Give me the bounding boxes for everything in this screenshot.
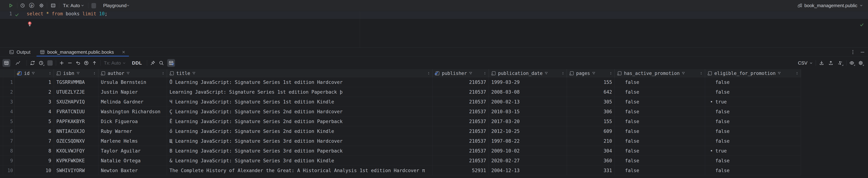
layout-panel-icon[interactable] <box>51 3 56 8</box>
row-number[interactable]: 3 <box>0 97 15 107</box>
table-row[interactable]: 77OZECSQDNXVMarlene HelmsЩ Learning Java… <box>0 136 801 146</box>
table-cell-publisher[interactable]: 210537 <box>433 77 489 87</box>
table-cell-isbn[interactable]: FVRATCNIUU <box>54 107 98 117</box>
table-row[interactable]: 88KXOLVWJFQYTaylor AguilarB Learning Jav… <box>0 146 801 156</box>
column-header-publisher[interactable]: publisher <box>433 69 489 77</box>
table-cell-pages[interactable]: 331 <box>567 166 615 175</box>
table-row[interactable]: 44FVRATCNIUUWashington RichardsonÇ Learn… <box>0 107 801 117</box>
table-cell-has_active_promotion[interactable]: false <box>615 77 705 87</box>
table-cell-eligible_for_promotion[interactable]: false <box>705 107 801 117</box>
table-cell-title[interactable]: ő Learning JavaScript: Signature Series … <box>167 126 433 136</box>
column-header-author[interactable]: author <box>98 69 167 77</box>
chevron-down-icon[interactable] <box>81 3 85 8</box>
table-cell-isbn[interactable]: NNTIACUXJO <box>54 126 98 136</box>
table-cell-title[interactable]: Ç Learning JavaScript: Signature Series … <box>167 107 433 117</box>
chart-view-button[interactable] <box>15 60 21 66</box>
table-cell-eligible_for_promotion[interactable]: false <box>705 117 801 126</box>
chevron-down-icon[interactable] <box>126 3 130 8</box>
table-cell-id[interactable]: 3 <box>15 97 54 107</box>
table-cell-id[interactable]: 8 <box>15 146 54 156</box>
table-cell-pages[interactable]: 305 <box>567 97 615 107</box>
more-options-icon[interactable] <box>850 49 856 55</box>
sort-icon[interactable] <box>609 71 613 75</box>
row-number[interactable]: 6 <box>0 126 15 136</box>
sort-icon[interactable] <box>699 71 703 75</box>
table-cell-author[interactable]: Taylor Aguilar <box>98 146 167 156</box>
row-number[interactable]: 5 <box>0 117 15 126</box>
table-cell-id[interactable]: 7 <box>15 136 54 146</box>
tab-result-books[interactable]: book_management.public.books <box>36 48 129 56</box>
row-number[interactable]: 4 <box>0 107 15 117</box>
table-cell-has_active_promotion[interactable]: false <box>615 146 705 156</box>
table-cell-id[interactable]: 6 <box>15 126 54 136</box>
table-cell-pages[interactable]: 306 <box>567 107 615 117</box>
table-row[interactable]: 66NNTIACUXJORuby Warnerő Learning JavaSc… <box>0 126 801 136</box>
table-cell-id[interactable]: 2 <box>15 87 54 97</box>
table-cell-publisher[interactable]: 210537 <box>433 126 489 136</box>
tx-mode-selector[interactable]: Tx: Auto <box>63 0 80 11</box>
grid-tx-mode-selector[interactable]: Tx: Auto <box>104 56 121 69</box>
table-cell-publisher[interactable]: 210537 <box>433 117 489 126</box>
table-cell-author[interactable]: Newton Baxter <box>98 166 167 175</box>
column-header-publication_date[interactable]: publication_date <box>489 69 567 77</box>
column-header-id[interactable]: id <box>15 69 54 77</box>
filter-icon[interactable] <box>126 71 130 75</box>
table-cell-isbn[interactable]: TGSRRVMMBA <box>54 77 98 87</box>
filter-icon[interactable] <box>469 71 473 75</box>
inspections-ok-icon[interactable] <box>860 23 864 27</box>
revert-changes-icon[interactable] <box>75 60 81 66</box>
commit-icon[interactable] <box>92 60 97 66</box>
table-cell-has_active_promotion[interactable]: false <box>615 126 705 136</box>
run-button[interactable] <box>8 3 13 8</box>
schema-selector[interactable]: book_management.public <box>797 0 863 11</box>
filter-icon[interactable] <box>192 71 196 75</box>
error-bulb-icon[interactable] <box>27 20 33 27</box>
delete-row-icon[interactable] <box>67 60 72 66</box>
row-number[interactable]: 10 <box>0 166 15 175</box>
settings-icon[interactable] <box>39 3 44 8</box>
filter-result-button[interactable] <box>167 59 175 67</box>
table-cell-isbn[interactable]: OZECSQDNXV <box>54 136 98 146</box>
table-cell-eligible_for_promotion[interactable]: false <box>705 136 801 146</box>
table-row[interactable]: 33SXUZHAPVIQMelinda GardnerЧ Learning Ja… <box>0 97 801 107</box>
table-cell-pages[interactable]: 304 <box>567 146 615 156</box>
table-cell-publication_date[interactable]: 2012-10-25 <box>489 126 567 136</box>
column-header-pages[interactable]: pages <box>567 69 615 77</box>
search-icon[interactable] <box>159 60 164 66</box>
chevron-down-icon[interactable] <box>809 61 813 65</box>
sql-code-line[interactable]: select * from books limit 10; <box>27 11 107 19</box>
table-cell-isbn[interactable]: SXUZHAPVIQ <box>54 97 98 107</box>
sort-icon[interactable] <box>92 71 96 75</box>
filter-icon[interactable] <box>31 71 35 75</box>
export-format-selector[interactable]: CSV <box>798 56 807 69</box>
table-cell-author[interactable]: Washington Richardson <box>98 107 167 117</box>
filter-icon[interactable] <box>592 71 596 75</box>
table-cell-author[interactable]: Natalie Ortega <box>98 156 167 166</box>
table-cell-id[interactable]: 9 <box>15 156 54 166</box>
table-cell-author[interactable]: Marlene Helms <box>98 136 167 146</box>
table-cell-title[interactable]: Ů Learning JavaScript: Signature Series … <box>167 77 433 87</box>
table-cell-has_active_promotion[interactable]: false <box>615 156 705 166</box>
table-cell-has_active_promotion[interactable]: false <box>615 166 705 175</box>
table-cell-author[interactable]: Ursula Bernstein <box>98 77 167 87</box>
table-cell-publisher[interactable]: 52931 <box>433 166 489 175</box>
table-cell-eligible_for_promotion[interactable]: false <box>705 126 801 136</box>
column-header-eligible_for_promotion[interactable]: eligible_for_promotion <box>705 69 801 77</box>
table-cell-publisher[interactable]: 210537 <box>433 87 489 97</box>
table-cell-pages[interactable]: 210 <box>567 136 615 146</box>
table-cell-eligible_for_promotion[interactable]: false <box>705 156 801 166</box>
table-cell-pages[interactable]: 609 <box>567 126 615 136</box>
filter-icon[interactable] <box>544 71 548 75</box>
sort-icon[interactable] <box>427 71 431 75</box>
row-number[interactable]: 8 <box>0 146 15 156</box>
table-cell-eligible_for_promotion[interactable]: •true <box>705 97 801 107</box>
column-header-isbn[interactable]: isbn <box>54 69 98 77</box>
console-swatch-icon[interactable] <box>91 3 96 8</box>
table-cell-title[interactable]: Ë Learning JavaScript: Signature Series … <box>167 117 433 126</box>
table-cell-has_active_promotion[interactable]: false <box>615 107 705 117</box>
parameters-icon[interactable]: p <box>29 3 34 8</box>
history-icon[interactable] <box>20 3 25 8</box>
sort-icon[interactable] <box>48 71 52 75</box>
table-cell-publisher[interactable]: 210537 <box>433 156 489 166</box>
import-upload-icon[interactable] <box>828 60 834 66</box>
